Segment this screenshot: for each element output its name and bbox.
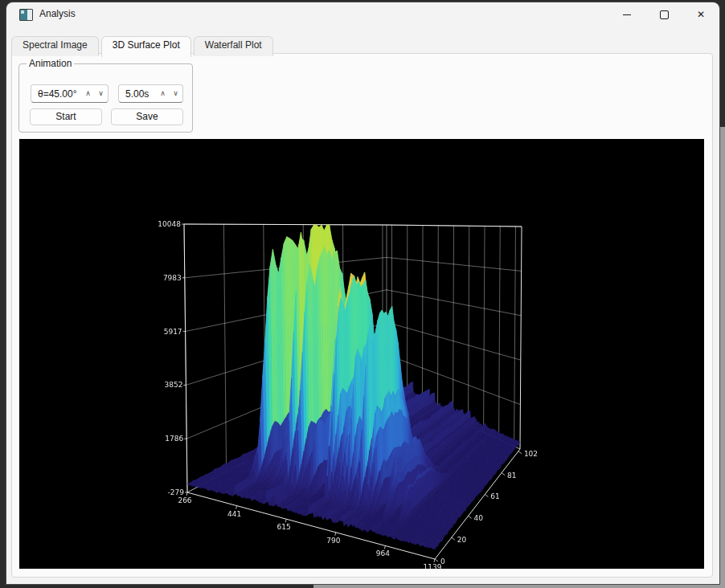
desktop: Analysis ✕ Spectral Image 3D Surface Plo…: [0, 0, 725, 588]
chevron-up-icon[interactable]: ∧: [157, 85, 169, 102]
tab-bar: Spectral Image 3D Surface Plot Waterfall…: [11, 36, 276, 56]
save-button[interactable]: Save: [111, 108, 183, 125]
app-window: Analysis ✕ Spectral Image 3D Surface Plo…: [6, 2, 719, 584]
window-controls: ✕: [608, 2, 719, 27]
tab-3d-surface-plot[interactable]: 3D Surface Plot: [101, 36, 191, 57]
duration-spinbox-value[interactable]: 5.00s: [119, 88, 157, 100]
close-button[interactable]: ✕: [682, 2, 719, 27]
surface-plot-canvas[interactable]: [19, 139, 704, 569]
minimize-icon: [623, 14, 631, 15]
tab-waterfall-plot[interactable]: Waterfall Plot: [194, 36, 273, 56]
angle-spinbox-value[interactable]: θ=45.00°: [31, 88, 82, 100]
animation-groupbox: Animation θ=45.00° ∧ ∨ 5.00s ∧ ∨ Start S…: [18, 63, 193, 133]
minimize-button[interactable]: [608, 2, 645, 27]
maximize-button[interactable]: [645, 2, 682, 27]
background-window-edge-bottom: [313, 584, 725, 588]
tab-spectral-image[interactable]: Spectral Image: [11, 36, 99, 56]
surface-plot-container: [19, 139, 704, 569]
background-window-edge: [719, 127, 725, 588]
close-icon: ✕: [697, 9, 705, 20]
chevron-up-icon[interactable]: ∧: [82, 85, 94, 102]
app-icon: [19, 9, 33, 21]
animation-groupbox-title: Animation: [27, 58, 74, 69]
maximize-icon: [660, 10, 669, 19]
angle-spinbox[interactable]: θ=45.00° ∧ ∨: [31, 84, 109, 103]
chevron-down-icon[interactable]: ∨: [169, 85, 182, 102]
start-button[interactable]: Start: [30, 108, 102, 125]
titlebar[interactable]: Analysis ✕: [6, 2, 719, 27]
tab-page: Animation θ=45.00° ∧ ∨ 5.00s ∧ ∨ Start S…: [11, 53, 713, 578]
chevron-down-icon[interactable]: ∨: [94, 85, 108, 102]
duration-spinbox[interactable]: 5.00s ∧ ∨: [118, 84, 183, 103]
window-title: Analysis: [39, 8, 76, 19]
